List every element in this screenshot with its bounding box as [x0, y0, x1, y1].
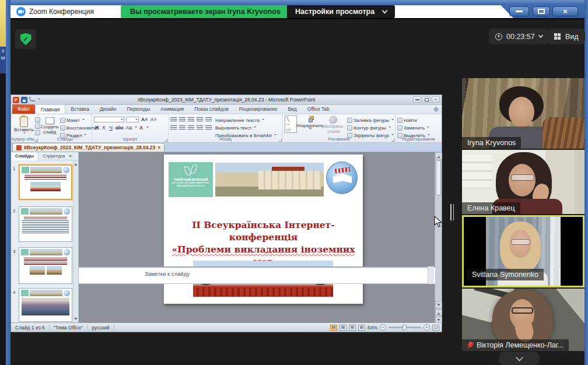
group-paragraph: Направление текста Выровнять текст Преоб… — [169, 114, 283, 142]
dialog-launcher-icon[interactable] — [279, 139, 282, 142]
participant-video-iryna[interactable]: Iryna Kryvonos — [462, 78, 584, 149]
close-pane-icon[interactable]: × — [69, 153, 79, 159]
shrink-font-button[interactable]: A˅ — [150, 117, 158, 123]
tab-office-tab[interactable]: Office Tab — [302, 104, 335, 114]
group-editing: Найти Заменить Выделить Редактирование — [396, 114, 442, 142]
new-slide-icon — [46, 117, 54, 124]
security-shield-button[interactable]: ✓ — [15, 29, 36, 49]
dialog-launcher-icon[interactable] — [164, 139, 167, 142]
change-case-button[interactable]: Aa — [125, 125, 132, 131]
slide-sorter-view-button[interactable] — [340, 325, 346, 331]
participant-video-svitlana-active-speaker[interactable]: Svitlana Symonenko — [462, 215, 584, 287]
indent-increase-icon[interactable] — [197, 117, 203, 122]
previous-slide-button[interactable] — [435, 309, 442, 316]
quick-styles-button[interactable]: Экспресс-стили — [323, 115, 345, 135]
slideshow-view-button[interactable] — [358, 325, 365, 331]
document-tab[interactable]: ІІВсеукрКонф_2023_КІМ_ТДАТУ_презентація_… — [12, 143, 164, 152]
columns-icon[interactable] — [205, 125, 212, 131]
layout-button[interactable]: Макет — [60, 117, 96, 124]
tab-review[interactable]: Рецензирование — [234, 104, 283, 114]
participant-video-elena[interactable]: Елена Кравец — [462, 150, 584, 214]
powerpoint-window: P ІІВсеукрКонф_2023_КІМ_ТДАТУ_презентаці… — [10, 94, 442, 332]
slide-thumbnail-4[interactable] — [19, 288, 72, 322]
scroll-down-button[interactable] — [435, 301, 442, 308]
tab-home[interactable]: Главная — [35, 104, 65, 114]
reading-view-button[interactable] — [349, 325, 356, 331]
view-button[interactable]: Вид — [548, 29, 585, 44]
tab-insert[interactable]: Вставка — [65, 104, 94, 114]
pane-tabs: Слайды Структура × — [11, 152, 78, 160]
slides-pane-tab[interactable]: Слайды — [11, 152, 38, 160]
slide-thumbnail-1[interactable] — [19, 164, 72, 200]
tab-slideshow[interactable]: Показ слайдов — [189, 104, 234, 114]
tab-design[interactable]: Дизайн — [94, 104, 122, 114]
replace-button[interactable]: Заменить — [397, 124, 440, 131]
close-button[interactable]: × — [552, 6, 578, 16]
dialog-launcher-icon[interactable] — [34, 139, 37, 142]
zoom-slider[interactable] — [388, 327, 421, 328]
indent-decrease-icon[interactable] — [188, 117, 194, 122]
grow-font-button[interactable]: A˄ — [141, 117, 148, 123]
panel-divider-handle[interactable] — [450, 204, 455, 220]
line-spacing-icon[interactable] — [205, 117, 212, 122]
minimize-button[interactable] — [509, 6, 529, 16]
font-name-select[interactable] — [94, 117, 124, 122]
scroll-up-icon[interactable] — [74, 162, 78, 166]
underline-button[interactable]: Ч — [108, 125, 114, 131]
scrollbar-thumb[interactable] — [436, 160, 441, 195]
close-tab-icon[interactable]: × — [158, 145, 160, 150]
view-settings-dropdown[interactable]: Настройки просмотра — [287, 5, 395, 18]
show-more-participants-button[interactable] — [499, 352, 540, 365]
zoom-out-button[interactable]: − — [380, 324, 386, 331]
arrange-button[interactable]: Упорядочить — [299, 115, 320, 131]
language-indicator[interactable]: русский — [88, 324, 114, 331]
shapes-gallery[interactable]: ╲ ─ ▭ ◯ △ ◇ ← ↓ ~ ( ) ☆ — [285, 115, 297, 133]
maximize-button[interactable] — [533, 6, 550, 16]
slide-scrollbar[interactable] — [435, 152, 442, 324]
zoom-logo-icon — [16, 7, 26, 16]
ppt-close-button[interactable]: × — [432, 96, 440, 103]
bullets-icon[interactable] — [170, 117, 177, 122]
align-center-icon[interactable] — [179, 125, 186, 131]
paste-button[interactable]: Вставить — [13, 115, 35, 135]
font-color-button[interactable]: А — [138, 125, 144, 131]
new-slide-label: Создать слайд — [41, 124, 58, 135]
meeting-timer[interactable]: 00:23:57 — [489, 29, 549, 44]
tab-animations[interactable]: Анимация — [155, 104, 189, 114]
outline-pane-tab[interactable]: Структура — [38, 152, 69, 160]
zoom-in-button[interactable]: + — [424, 324, 430, 331]
shape-outline-button[interactable]: Контур фигуры — [347, 124, 394, 131]
scroll-down-icon[interactable] — [74, 318, 78, 322]
tab-file[interactable]: Файл — [12, 104, 35, 114]
bold-button[interactable]: Ж — [94, 125, 100, 131]
zoom-slider-thumb[interactable] — [402, 325, 407, 330]
align-text-button[interactable]: Выровнять текст — [215, 124, 276, 131]
align-left-icon[interactable] — [170, 125, 177, 131]
numbering-icon[interactable] — [179, 117, 186, 122]
font-size-select[interactable] — [126, 117, 139, 122]
strikethrough-button[interactable]: abc — [115, 125, 124, 131]
italic-button[interactable]: К — [101, 125, 107, 131]
participant-video-viktoriia[interactable]: Вікторія Лемещенко-Лаг... — [462, 289, 584, 351]
help-icon[interactable] — [433, 107, 439, 113]
tab-transitions[interactable]: Переходы — [121, 104, 155, 114]
find-button[interactable]: Найти — [397, 117, 440, 124]
ppt-minimize-button[interactable] — [413, 96, 421, 103]
tab-view[interactable]: Вид — [282, 104, 302, 114]
slide-thumbnail-3[interactable] — [19, 247, 72, 284]
dialog-launcher-icon[interactable] — [391, 139, 394, 142]
shape-fill-button[interactable]: Заливка фигуры — [347, 117, 394, 124]
normal-view-button[interactable] — [330, 325, 337, 331]
text-direction-button[interactable]: Направление текста — [215, 117, 276, 124]
align-right-icon[interactable] — [188, 125, 194, 131]
notes-area[interactable]: Заметки к слайду — [79, 266, 435, 284]
slide-thumbnail-2[interactable] — [19, 206, 72, 242]
fit-to-window-button[interactable] — [432, 325, 439, 331]
justify-icon[interactable] — [197, 125, 203, 131]
ppt-maximize-button[interactable] — [422, 96, 430, 103]
notes-scrollbar[interactable] — [428, 266, 434, 284]
reset-button[interactable]: Восстановить — [60, 124, 96, 131]
new-slide-button[interactable]: Создать слайд — [40, 115, 59, 139]
scroll-up-button[interactable] — [435, 152, 442, 159]
pane-scrollbar[interactable] — [73, 160, 78, 324]
